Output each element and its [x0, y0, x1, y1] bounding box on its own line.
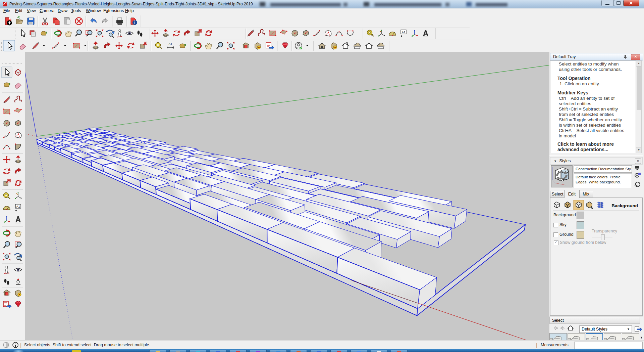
svg-text:A1: A1: [16, 205, 20, 208]
